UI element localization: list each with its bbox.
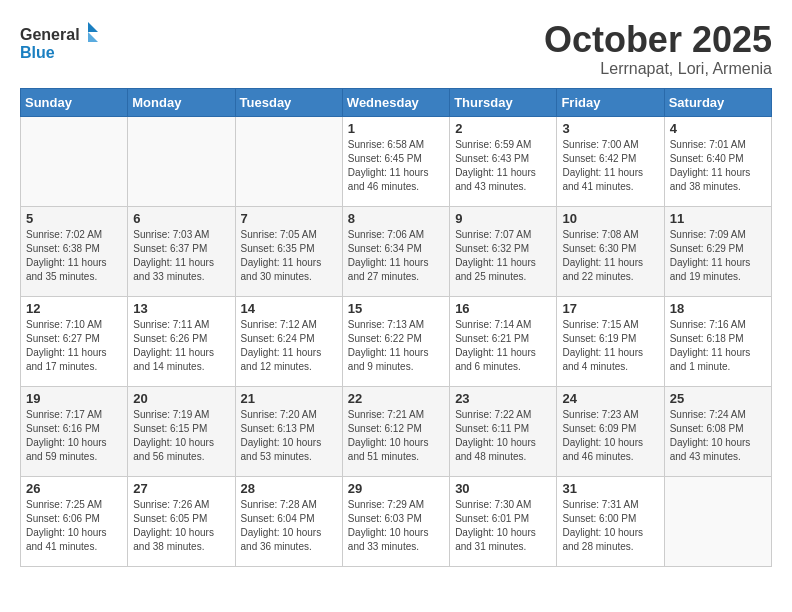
calendar-day-13: 13Sunrise: 7:11 AM Sunset: 6:26 PM Dayli… [128, 296, 235, 386]
day-number: 8 [348, 211, 444, 226]
calendar-day-8: 8Sunrise: 7:06 AM Sunset: 6:34 PM Daylig… [342, 206, 449, 296]
day-number: 30 [455, 481, 551, 496]
calendar-day-31: 31Sunrise: 7:31 AM Sunset: 6:00 PM Dayli… [557, 476, 664, 566]
day-info: Sunrise: 7:16 AM Sunset: 6:18 PM Dayligh… [670, 318, 766, 374]
day-number: 29 [348, 481, 444, 496]
calendar-day-6: 6Sunrise: 7:03 AM Sunset: 6:37 PM Daylig… [128, 206, 235, 296]
day-info: Sunrise: 7:22 AM Sunset: 6:11 PM Dayligh… [455, 408, 551, 464]
day-info: Sunrise: 7:10 AM Sunset: 6:27 PM Dayligh… [26, 318, 122, 374]
calendar-day-30: 30Sunrise: 7:30 AM Sunset: 6:01 PM Dayli… [450, 476, 557, 566]
calendar-week-row: 12Sunrise: 7:10 AM Sunset: 6:27 PM Dayli… [21, 296, 772, 386]
calendar-week-row: 26Sunrise: 7:25 AM Sunset: 6:06 PM Dayli… [21, 476, 772, 566]
day-info: Sunrise: 7:15 AM Sunset: 6:19 PM Dayligh… [562, 318, 658, 374]
calendar-week-row: 5Sunrise: 7:02 AM Sunset: 6:38 PM Daylig… [21, 206, 772, 296]
day-number: 21 [241, 391, 337, 406]
day-number: 15 [348, 301, 444, 316]
day-info: Sunrise: 7:28 AM Sunset: 6:04 PM Dayligh… [241, 498, 337, 554]
calendar-day-24: 24Sunrise: 7:23 AM Sunset: 6:09 PM Dayli… [557, 386, 664, 476]
calendar-day-18: 18Sunrise: 7:16 AM Sunset: 6:18 PM Dayli… [664, 296, 771, 386]
day-number: 17 [562, 301, 658, 316]
logo: General Blue [20, 20, 110, 69]
calendar-header-row: SundayMondayTuesdayWednesdayThursdayFrid… [21, 88, 772, 116]
day-number: 5 [26, 211, 122, 226]
day-number: 18 [670, 301, 766, 316]
calendar-day-11: 11Sunrise: 7:09 AM Sunset: 6:29 PM Dayli… [664, 206, 771, 296]
day-info: Sunrise: 7:13 AM Sunset: 6:22 PM Dayligh… [348, 318, 444, 374]
calendar-day-19: 19Sunrise: 7:17 AM Sunset: 6:16 PM Dayli… [21, 386, 128, 476]
day-info: Sunrise: 7:19 AM Sunset: 6:15 PM Dayligh… [133, 408, 229, 464]
day-info: Sunrise: 6:58 AM Sunset: 6:45 PM Dayligh… [348, 138, 444, 194]
title-block: October 2025 Lerrnapat, Lori, Armenia [544, 20, 772, 78]
calendar-day-28: 28Sunrise: 7:28 AM Sunset: 6:04 PM Dayli… [235, 476, 342, 566]
day-number: 9 [455, 211, 551, 226]
day-info: Sunrise: 7:09 AM Sunset: 6:29 PM Dayligh… [670, 228, 766, 284]
day-number: 11 [670, 211, 766, 226]
calendar-empty-cell [21, 116, 128, 206]
calendar-day-14: 14Sunrise: 7:12 AM Sunset: 6:24 PM Dayli… [235, 296, 342, 386]
day-info: Sunrise: 7:08 AM Sunset: 6:30 PM Dayligh… [562, 228, 658, 284]
day-number: 4 [670, 121, 766, 136]
day-number: 10 [562, 211, 658, 226]
calendar-day-27: 27Sunrise: 7:26 AM Sunset: 6:05 PM Dayli… [128, 476, 235, 566]
calendar-day-7: 7Sunrise: 7:05 AM Sunset: 6:35 PM Daylig… [235, 206, 342, 296]
calendar-day-26: 26Sunrise: 7:25 AM Sunset: 6:06 PM Dayli… [21, 476, 128, 566]
calendar-table: SundayMondayTuesdayWednesdayThursdayFrid… [20, 88, 772, 567]
day-info: Sunrise: 7:17 AM Sunset: 6:16 PM Dayligh… [26, 408, 122, 464]
page-header: General Blue October 2025 Lerrnapat, Lor… [20, 20, 772, 78]
day-header-thursday: Thursday [450, 88, 557, 116]
day-number: 13 [133, 301, 229, 316]
calendar-day-20: 20Sunrise: 7:19 AM Sunset: 6:15 PM Dayli… [128, 386, 235, 476]
day-info: Sunrise: 7:07 AM Sunset: 6:32 PM Dayligh… [455, 228, 551, 284]
day-info: Sunrise: 7:30 AM Sunset: 6:01 PM Dayligh… [455, 498, 551, 554]
calendar-week-row: 19Sunrise: 7:17 AM Sunset: 6:16 PM Dayli… [21, 386, 772, 476]
calendar-day-17: 17Sunrise: 7:15 AM Sunset: 6:19 PM Dayli… [557, 296, 664, 386]
day-info: Sunrise: 7:12 AM Sunset: 6:24 PM Dayligh… [241, 318, 337, 374]
day-number: 16 [455, 301, 551, 316]
calendar-day-3: 3Sunrise: 7:00 AM Sunset: 6:42 PM Daylig… [557, 116, 664, 206]
day-info: Sunrise: 6:59 AM Sunset: 6:43 PM Dayligh… [455, 138, 551, 194]
day-info: Sunrise: 7:21 AM Sunset: 6:12 PM Dayligh… [348, 408, 444, 464]
day-number: 27 [133, 481, 229, 496]
day-header-tuesday: Tuesday [235, 88, 342, 116]
day-number: 2 [455, 121, 551, 136]
svg-marker-2 [88, 22, 98, 32]
day-info: Sunrise: 7:20 AM Sunset: 6:13 PM Dayligh… [241, 408, 337, 464]
day-number: 19 [26, 391, 122, 406]
day-info: Sunrise: 7:29 AM Sunset: 6:03 PM Dayligh… [348, 498, 444, 554]
day-number: 26 [26, 481, 122, 496]
calendar-day-16: 16Sunrise: 7:14 AM Sunset: 6:21 PM Dayli… [450, 296, 557, 386]
day-number: 25 [670, 391, 766, 406]
svg-marker-3 [88, 32, 98, 42]
calendar-day-5: 5Sunrise: 7:02 AM Sunset: 6:38 PM Daylig… [21, 206, 128, 296]
calendar-day-15: 15Sunrise: 7:13 AM Sunset: 6:22 PM Dayli… [342, 296, 449, 386]
svg-text:Blue: Blue [20, 44, 55, 61]
calendar-day-9: 9Sunrise: 7:07 AM Sunset: 6:32 PM Daylig… [450, 206, 557, 296]
day-info: Sunrise: 7:25 AM Sunset: 6:06 PM Dayligh… [26, 498, 122, 554]
day-number: 28 [241, 481, 337, 496]
day-number: 1 [348, 121, 444, 136]
day-number: 7 [241, 211, 337, 226]
day-info: Sunrise: 7:06 AM Sunset: 6:34 PM Dayligh… [348, 228, 444, 284]
logo-text: General Blue [20, 20, 110, 69]
day-info: Sunrise: 7:24 AM Sunset: 6:08 PM Dayligh… [670, 408, 766, 464]
day-header-monday: Monday [128, 88, 235, 116]
day-number: 20 [133, 391, 229, 406]
calendar-day-10: 10Sunrise: 7:08 AM Sunset: 6:30 PM Dayli… [557, 206, 664, 296]
day-number: 23 [455, 391, 551, 406]
day-number: 31 [562, 481, 658, 496]
svg-text:General: General [20, 26, 80, 43]
month-title: October 2025 [544, 20, 772, 60]
calendar-empty-cell [235, 116, 342, 206]
day-info: Sunrise: 7:26 AM Sunset: 6:05 PM Dayligh… [133, 498, 229, 554]
day-info: Sunrise: 7:02 AM Sunset: 6:38 PM Dayligh… [26, 228, 122, 284]
day-number: 6 [133, 211, 229, 226]
day-info: Sunrise: 7:31 AM Sunset: 6:00 PM Dayligh… [562, 498, 658, 554]
calendar-week-row: 1Sunrise: 6:58 AM Sunset: 6:45 PM Daylig… [21, 116, 772, 206]
day-info: Sunrise: 7:14 AM Sunset: 6:21 PM Dayligh… [455, 318, 551, 374]
calendar-day-23: 23Sunrise: 7:22 AM Sunset: 6:11 PM Dayli… [450, 386, 557, 476]
day-info: Sunrise: 7:05 AM Sunset: 6:35 PM Dayligh… [241, 228, 337, 284]
day-info: Sunrise: 7:00 AM Sunset: 6:42 PM Dayligh… [562, 138, 658, 194]
day-header-saturday: Saturday [664, 88, 771, 116]
day-number: 22 [348, 391, 444, 406]
calendar-day-22: 22Sunrise: 7:21 AM Sunset: 6:12 PM Dayli… [342, 386, 449, 476]
